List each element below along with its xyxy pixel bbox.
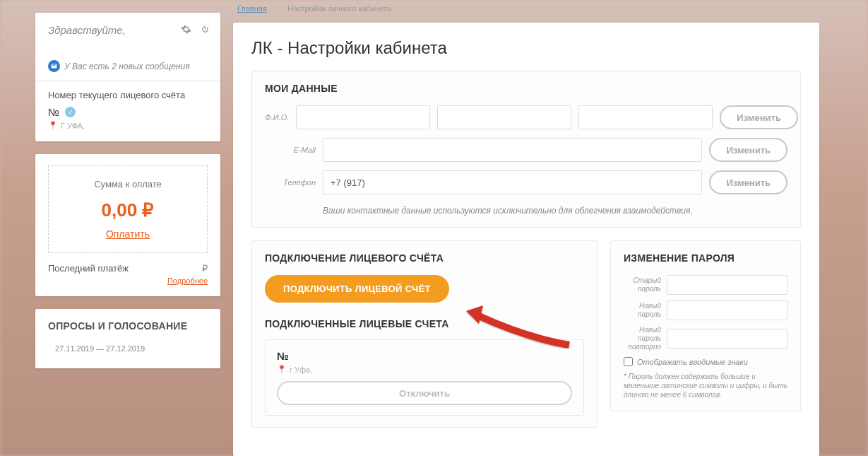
email-input[interactable] [323, 138, 702, 162]
mydata-section: МОИ ДАННЫЕ Ф.И.О. Изменить E-Mail Измени… [251, 71, 801, 228]
old-password-label: Старый пароль [624, 276, 661, 293]
mydata-heading: МОИ ДАННЫЕ [265, 83, 787, 94]
account-address: 📍 Г УФА, [48, 121, 208, 130]
old-password-input[interactable] [667, 275, 787, 295]
connected-heading: ПОДКЛЮЧЕННЫЕ ЛИЦЕВЫЕ СЧЕТА [265, 318, 584, 329]
phone-label: Телефон [265, 178, 316, 187]
show-password-checkbox[interactable]: Отображать вводимые знаки [624, 357, 787, 366]
main-panel: ЛК - Настройки кабинета МОИ ДАННЫЕ Ф.И.О… [233, 23, 819, 456]
fio-middle-input[interactable] [578, 105, 713, 129]
breadcrumb-home[interactable]: Главная [237, 4, 267, 13]
connect-heading: ПОДКЛЮЧЕНИЕ ЛИЦЕВОГО СЧЁТА [265, 252, 584, 264]
fio-change-button[interactable]: Изменить [720, 105, 798, 129]
last-payment-label: Последний платёж [48, 263, 129, 274]
connected-account-item: № 📍 г Уфа, Отключить [265, 339, 584, 416]
page-title: ЛК - Настройки кабинета [251, 38, 801, 58]
chevron-right-icon: → [273, 4, 281, 13]
profile-card: Здравствуйте, У Вас есть 2 новых сообщен… [35, 13, 220, 141]
messages-link[interactable]: У Вас есть 2 новых сообщения [48, 60, 208, 72]
payment-card: Сумма к оплате 0,00 ₽ Оплатить Последний… [35, 154, 220, 296]
poll-date-range: 27.11.2019 — 27.12.2019 [48, 340, 208, 357]
connected-account-number: № [277, 350, 572, 362]
check-icon [65, 107, 76, 117]
password-heading: ИЗМЕНЕНИЕ ПАРОЛЯ [624, 252, 787, 264]
mail-icon [48, 60, 60, 72]
more-link[interactable]: Подробнее [48, 276, 208, 285]
email-change-button[interactable]: Изменить [709, 138, 787, 162]
payment-amount: 0,00 ₽ [61, 199, 194, 221]
password-section: ИЗМЕНЕНИЕ ПАРОЛЯ Старый пароль Новый пар… [610, 240, 801, 411]
connect-section: ПОДКЛЮЧЕНИЕ ЛИЦЕВОГО СЧЁТА ПОДКЛЮЧИТЬ ЛИ… [251, 240, 598, 428]
repeat-password-label: Новый пароль повторно [624, 326, 661, 351]
polls-card: ОПРОСЫ И ГОЛОСОВАНИЕ 27.11.2019 — 27.12.… [35, 309, 220, 368]
gear-icon[interactable] [181, 24, 191, 37]
account-number-row[interactable]: № [48, 106, 208, 118]
breadcrumb: Главная → Настройки личного кабинета [233, 0, 819, 23]
disconnect-button[interactable]: Отключить [277, 381, 572, 405]
repeat-password-input[interactable] [667, 329, 787, 349]
polls-heading: ОПРОСЫ И ГОЛОСОВАНИЕ [48, 320, 208, 332]
pay-link[interactable]: Оплатить [106, 228, 150, 240]
email-label: E-Mail [265, 146, 316, 154]
ruble-icon: ₽ [202, 263, 208, 274]
phone-input[interactable] [323, 170, 702, 194]
power-icon[interactable] [200, 24, 210, 37]
new-password-input[interactable] [667, 300, 787, 320]
fio-label: Ф.И.О. [265, 113, 289, 122]
password-note: * Пароль должен содержать большие и мале… [624, 372, 787, 399]
connect-account-button[interactable]: ПОДКЛЮЧИТЬ ЛИЦЕВОЙ СЧЁТ [265, 275, 449, 303]
pin-icon: 📍 [277, 365, 287, 374]
phone-change-button[interactable]: Изменить [709, 170, 787, 194]
breadcrumb-current: Настройки личного кабинета [287, 4, 391, 13]
account-label: Номер текущего лицевого счёта [48, 90, 208, 100]
pin-icon: 📍 [48, 121, 58, 130]
fio-first-input[interactable] [437, 105, 571, 129]
connected-account-address: 📍 г Уфа, [277, 365, 572, 374]
payment-label: Сумма к оплате [61, 179, 194, 189]
new-password-label: Новый пароль [624, 302, 661, 319]
show-password-input[interactable] [624, 357, 633, 366]
fio-last-input[interactable] [296, 105, 430, 129]
mydata-note: Ваши контактные данные используются искл… [265, 203, 787, 216]
